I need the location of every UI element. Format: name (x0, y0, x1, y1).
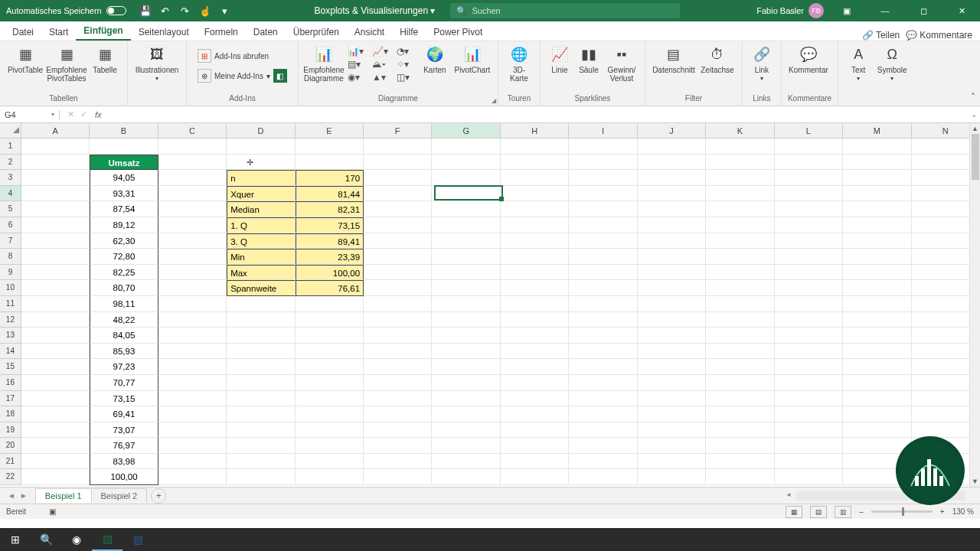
cell[interactable] (706, 422, 774, 439)
vertical-scrollbar[interactable]: ▲ ▼ (969, 123, 980, 487)
cell[interactable] (501, 469, 569, 485)
tab-ueberpruefen[interactable]: Überprüfen (286, 24, 347, 41)
row-header[interactable]: 18 (0, 406, 21, 422)
cell[interactable] (296, 359, 364, 375)
cell[interactable]: 83,98 (90, 454, 158, 470)
cell[interactable] (364, 217, 432, 233)
cell[interactable] (501, 359, 569, 375)
zoom-out-button[interactable]: – (859, 507, 864, 516)
cell[interactable] (364, 280, 432, 296)
cell[interactable] (227, 296, 295, 312)
col-header-K[interactable]: K (706, 123, 774, 139)
cell[interactable]: 70,77 (90, 375, 158, 391)
cell[interactable] (432, 422, 500, 439)
cell[interactable] (501, 328, 569, 344)
cell[interactable] (296, 406, 364, 422)
cell[interactable] (227, 359, 295, 375)
cell[interactable] (364, 296, 432, 312)
cell[interactable] (21, 312, 90, 328)
cell[interactable] (158, 155, 227, 171)
col-header-J[interactable]: J (638, 123, 706, 139)
cell[interactable] (432, 170, 500, 186)
share-button[interactable]: 🔗 Teilen (862, 30, 900, 41)
cell[interactable] (296, 312, 364, 328)
cell[interactable] (364, 233, 432, 249)
my-addins-button[interactable]: ⊕Meine Add-Ins ▾ ◧ (194, 67, 290, 84)
cell[interactable]: 100,00 (90, 469, 158, 485)
cell[interactable] (432, 217, 500, 233)
cell[interactable] (843, 344, 911, 360)
cell[interactable] (843, 296, 911, 312)
cell[interactable] (775, 139, 843, 155)
spreadsheet-grid[interactable]: ABCDEFGHIJKLMN 12Umsatz394,05n170493,31X… (0, 123, 980, 487)
cell[interactable] (296, 469, 364, 485)
tab-powerpivot[interactable]: Power Pivot (426, 24, 490, 41)
comments-button[interactable]: 💬 Kommentare (906, 30, 972, 41)
cell[interactable] (569, 233, 637, 249)
cell[interactable] (569, 406, 637, 422)
fx-icon[interactable]: fx (95, 110, 106, 119)
cell[interactable] (775, 469, 843, 485)
cell[interactable] (638, 391, 706, 407)
dialog-launcher-icon[interactable]: ◢ (492, 97, 496, 104)
cell[interactable] (501, 186, 569, 202)
sheet-tab-1[interactable]: Beispiel 1 (35, 488, 92, 503)
cell[interactable] (158, 344, 227, 360)
table-button[interactable]: ▦Tabelle (89, 44, 121, 74)
cell[interactable] (227, 422, 295, 439)
cell[interactable] (158, 328, 227, 344)
pie-chart-icon[interactable]: ◔▾ (397, 46, 415, 57)
row-header[interactable]: 16 (0, 375, 21, 391)
row-header[interactable]: 13 (0, 328, 21, 344)
row-header[interactable]: 21 (0, 454, 21, 470)
word-taskbar-icon[interactable]: ▧ (122, 528, 153, 551)
cell[interactable] (843, 186, 911, 202)
cell[interactable] (432, 375, 500, 391)
cell[interactable] (227, 312, 295, 328)
cell[interactable] (432, 359, 500, 375)
col-header-I[interactable]: I (569, 123, 637, 139)
tab-daten[interactable]: Daten (246, 24, 286, 41)
col-header-L[interactable]: L (775, 123, 843, 139)
cell[interactable]: 81,44 (296, 186, 364, 202)
scroll-down-icon[interactable]: ▼ (970, 476, 980, 487)
col-header-G[interactable]: G (432, 123, 500, 139)
tab-ansicht[interactable]: Ansicht (347, 24, 392, 41)
chart-types[interactable]: 📊▾ 📈▾ ◔▾ ▤▾ ⛰▾ ⁘▾ ◉▾ ▲▾ ◫▾ (346, 44, 416, 84)
cell[interactable] (501, 155, 569, 171)
cell[interactable] (432, 280, 500, 296)
cell[interactable] (843, 249, 911, 265)
cell[interactable] (158, 201, 227, 217)
cell[interactable] (569, 217, 637, 233)
cell[interactable] (843, 170, 911, 186)
cell[interactable] (501, 233, 569, 249)
cell[interactable] (227, 139, 295, 155)
cell[interactable] (706, 391, 774, 407)
cell[interactable] (21, 422, 90, 439)
cell[interactable] (296, 296, 364, 312)
row-header[interactable]: 14 (0, 344, 21, 360)
cell[interactable] (227, 328, 295, 344)
cell[interactable] (296, 375, 364, 391)
cell[interactable] (432, 406, 500, 422)
row-header[interactable]: 15 (0, 359, 21, 375)
sparkline-column-button[interactable]: ▮▮Säule (576, 44, 602, 74)
surface-chart-icon[interactable]: ▲▾ (372, 72, 390, 83)
minimize-button[interactable]: — (870, 0, 900, 21)
col-header-D[interactable]: D (227, 123, 295, 139)
zoom-in-button[interactable]: + (940, 507, 945, 516)
cell[interactable] (569, 186, 637, 202)
cell[interactable] (432, 344, 500, 360)
cell[interactable] (158, 375, 227, 391)
cell[interactable] (296, 139, 364, 155)
cell[interactable] (158, 280, 227, 296)
3dmap-button[interactable]: 🌐3D- Karte (505, 44, 534, 83)
row-header[interactable]: 12 (0, 312, 21, 328)
cell[interactable]: 93,31 (90, 186, 158, 202)
cell[interactable] (364, 139, 432, 155)
excel-taskbar-icon[interactable]: ▧ (92, 528, 122, 551)
cell[interactable] (775, 391, 843, 407)
cell[interactable] (158, 249, 227, 265)
cell[interactable] (775, 296, 843, 312)
cell[interactable] (364, 469, 432, 485)
